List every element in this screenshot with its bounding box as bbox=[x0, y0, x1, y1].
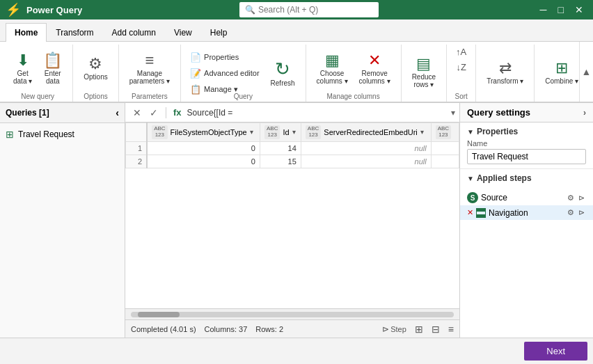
close-button[interactable]: ✕ bbox=[571, 3, 587, 17]
search-bar[interactable]: 🔍 bbox=[239, 2, 379, 17]
cell-server-redirect-1: null bbox=[301, 141, 431, 155]
horizontal-scrollbar[interactable] bbox=[125, 308, 459, 319]
col-filter-server-redirect[interactable]: ▾ bbox=[420, 128, 424, 136]
navigation-settings-button[interactable]: ⚙ bbox=[566, 207, 576, 218]
list-icon[interactable]: ≡ bbox=[448, 324, 454, 335]
sort-asc-icon: ↑A bbox=[456, 47, 466, 57]
col-type-id: ABC123 bbox=[264, 125, 280, 139]
formula-input[interactable] bbox=[187, 108, 448, 118]
advanced-editor-label: Advanced editor bbox=[204, 69, 260, 77]
cell-filesystem-1: 0 bbox=[147, 141, 260, 155]
applied-steps-toggle-icon[interactable]: ▼ bbox=[467, 175, 474, 182]
query-table-icon: ⊞ bbox=[6, 129, 14, 140]
source-step-label: Source bbox=[481, 193, 563, 203]
options-label: Options bbox=[84, 73, 107, 81]
ribbon-group-options: ⚙ Options Options bbox=[73, 45, 118, 102]
step-label: Step bbox=[390, 325, 406, 333]
advanced-editor-button[interactable]: 📝 Advanced editor bbox=[187, 66, 263, 81]
manage-columns-label: Manage columns bbox=[327, 93, 380, 102]
minimize-button[interactable]: ─ bbox=[536, 3, 551, 17]
name-input[interactable] bbox=[467, 149, 586, 164]
refresh-button[interactable]: ↻ Refresh bbox=[266, 58, 300, 89]
reduce-rows-label: Reducerows ▾ bbox=[412, 73, 436, 88]
center-panel: ✕ ✓ fx ▾ ABC123 FileSystemObjectType bbox=[125, 103, 459, 338]
search-input[interactable] bbox=[258, 5, 363, 15]
col-type-extra: ABC123 bbox=[436, 125, 451, 139]
ribbon-tabs: Home Transform Add column View Help bbox=[0, 19, 593, 42]
cell-server-redirect-2: null bbox=[301, 155, 431, 168]
queries-collapse-icon[interactable]: ‹ bbox=[116, 107, 119, 118]
properties-button[interactable]: 📄 Properties bbox=[187, 50, 242, 65]
enter-data-button[interactable]: 📋 Enterdata bbox=[38, 51, 67, 87]
combine-button[interactable]: ⊞ Combine ▾ bbox=[540, 58, 583, 87]
step-source[interactable]: S Source ⚙ ⊳ bbox=[460, 190, 593, 205]
choose-columns-button[interactable]: ▦ Choosecolumns ▾ bbox=[312, 51, 353, 87]
formula-confirm-button[interactable]: ✓ bbox=[146, 106, 161, 120]
transform-label: Transform ▾ bbox=[487, 77, 523, 85]
data-grid: ABC123 FileSystemObjectType ▾ ABC123 Id … bbox=[125, 122, 459, 168]
source-settings-button[interactable]: ⚙ bbox=[566, 193, 576, 203]
queries-title: Queries [1] bbox=[6, 108, 49, 118]
options-button[interactable]: ⚙ Options bbox=[79, 54, 112, 83]
col-header-id[interactable]: ABC123 Id ▾ bbox=[260, 123, 301, 142]
navigation-nav-button[interactable]: ⊳ bbox=[577, 207, 586, 218]
name-label: Name bbox=[467, 139, 586, 148]
applied-steps-title-label: Applied steps bbox=[477, 173, 532, 183]
tab-transform[interactable]: Transform bbox=[47, 23, 102, 42]
navigation-step-delete-icon[interactable]: ✕ bbox=[467, 208, 473, 217]
reduce-rows-button[interactable]: ▤ Reducerows ▾ bbox=[407, 54, 441, 90]
source-step-actions: ⚙ ⊳ bbox=[566, 193, 586, 203]
app-title: Power Query bbox=[26, 5, 82, 15]
parameters-group-label: Parameters bbox=[132, 93, 168, 102]
formula-expand-icon[interactable]: ▾ bbox=[451, 108, 455, 118]
sort-descending-button[interactable]: ↓Z bbox=[452, 60, 469, 74]
col-filter-filesystem[interactable]: ▾ bbox=[250, 128, 253, 136]
choose-columns-label: Choosecolumns ▾ bbox=[317, 70, 348, 85]
manage-parameters-icon: ≡ bbox=[145, 53, 154, 68]
step-icon[interactable]: ⊳ Step bbox=[382, 324, 406, 334]
row-num-header bbox=[126, 123, 148, 142]
remove-columns-button[interactable]: ✕ Removecolumns ▾ bbox=[354, 51, 395, 87]
collapse-ribbon-button[interactable]: ▲ bbox=[579, 42, 593, 102]
properties-toggle-icon[interactable]: ▼ bbox=[467, 128, 474, 136]
query-settings-panel: Query settings › ▼ Properties Name ▼ App… bbox=[459, 103, 593, 338]
query-item-travel-request[interactable]: ⊞ Travel Request bbox=[0, 126, 125, 143]
tab-help[interactable]: Help bbox=[201, 23, 237, 42]
properties-section: ▼ Properties Name bbox=[460, 122, 593, 169]
remove-columns-label: Removecolumns ▾ bbox=[359, 70, 390, 85]
enter-data-label: Enterdata bbox=[45, 70, 61, 85]
manage-parameters-label: Manageparameters ▾ bbox=[129, 70, 170, 85]
scroll-thumb[interactable] bbox=[138, 312, 180, 317]
col-header-filesystem[interactable]: ABC123 FileSystemObjectType ▾ bbox=[147, 123, 260, 142]
table-row: 2 0 15 null bbox=[126, 155, 459, 168]
formula-separator bbox=[166, 107, 166, 118]
tab-home[interactable]: Home bbox=[6, 23, 47, 42]
col-header-extra[interactable]: ABC123 bbox=[431, 123, 459, 142]
combine-label: Combine ▾ bbox=[545, 77, 578, 85]
sort-ascending-button[interactable]: ↑A bbox=[452, 45, 470, 59]
tab-add-column[interactable]: Add column bbox=[103, 23, 165, 42]
navigation-step-label: Navigation bbox=[489, 208, 563, 218]
cell-extra-1 bbox=[431, 141, 459, 155]
main-area: Queries [1] ‹ ⊞ Travel Request ✕ ✓ fx ▾ bbox=[0, 103, 593, 338]
transform-button[interactable]: ⇄ Transform ▾ bbox=[482, 58, 528, 87]
source-nav-button[interactable]: ⊳ bbox=[577, 193, 586, 203]
grid-large-icon[interactable]: ⊟ bbox=[432, 324, 440, 335]
queries-header: Queries [1] ‹ bbox=[0, 103, 125, 123]
col-header-server-redirect[interactable]: ABC123 ServerRedirectedEmbedUri ▾ bbox=[301, 123, 431, 142]
manage-parameters-button[interactable]: ≡ Manageparameters ▾ bbox=[125, 51, 175, 87]
col-filter-id[interactable]: ▾ bbox=[292, 128, 296, 136]
table-row: 1 0 14 null bbox=[126, 141, 459, 155]
step-navigation[interactable]: ✕ Navigation ⚙ ⊳ bbox=[460, 205, 593, 220]
grid-small-icon[interactable]: ⊞ bbox=[415, 324, 423, 335]
maximize-button[interactable]: □ bbox=[554, 3, 568, 17]
get-data-button[interactable]: ⬇ Getdata ▾ bbox=[8, 51, 37, 87]
col-type-server-redirect: ABC123 bbox=[306, 125, 321, 139]
next-button[interactable]: Next bbox=[524, 342, 587, 361]
query-settings-expand-icon[interactable]: › bbox=[583, 108, 586, 118]
formula-cancel-button[interactable]: ✕ bbox=[129, 106, 145, 120]
tab-view[interactable]: View bbox=[165, 23, 201, 42]
formula-fx-label: fx bbox=[171, 107, 184, 118]
status-text: Completed (4.01 s) bbox=[131, 325, 196, 333]
properties-label: Properties bbox=[204, 53, 239, 61]
